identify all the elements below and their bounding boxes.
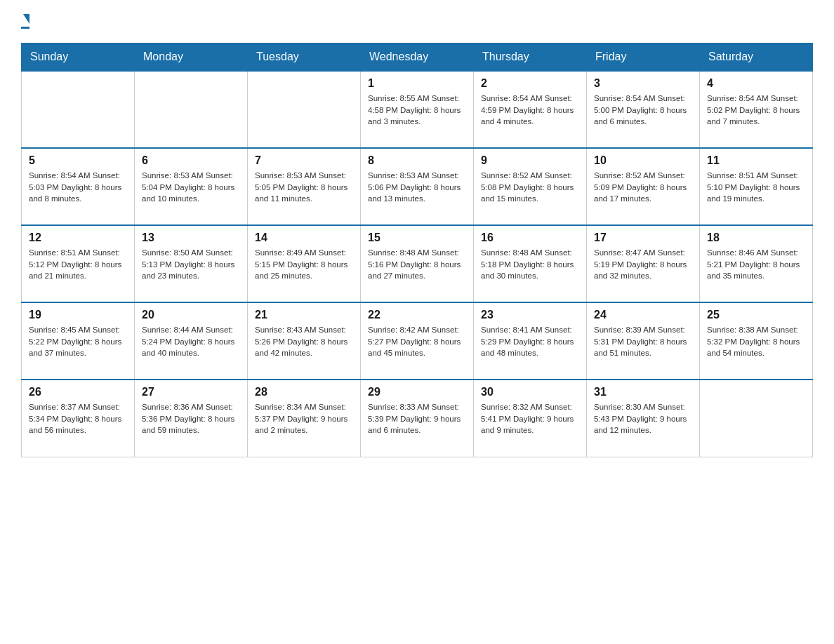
week-row: 5Sunrise: 8:54 AM Sunset: 5:03 PM Daylig… bbox=[22, 148, 813, 225]
day-number: 3 bbox=[594, 77, 692, 90]
day-info: Sunrise: 8:53 AM Sunset: 5:06 PM Dayligh… bbox=[368, 170, 466, 205]
calendar-day-header: Saturday bbox=[700, 43, 813, 72]
day-info: Sunrise: 8:37 AM Sunset: 5:34 PM Dayligh… bbox=[29, 401, 127, 436]
day-number: 29 bbox=[368, 386, 466, 398]
calendar-day-header: Sunday bbox=[22, 43, 135, 72]
calendar-cell: 20Sunrise: 8:44 AM Sunset: 5:24 PM Dayli… bbox=[135, 302, 248, 380]
day-info: Sunrise: 8:53 AM Sunset: 5:05 PM Dayligh… bbox=[255, 170, 353, 205]
calendar-cell: 1Sunrise: 8:55 AM Sunset: 4:58 PM Daylig… bbox=[361, 71, 474, 148]
day-number: 20 bbox=[142, 309, 240, 321]
logo bbox=[21, 14, 29, 29]
day-number: 16 bbox=[481, 232, 579, 244]
calendar-cell: 10Sunrise: 8:52 AM Sunset: 5:09 PM Dayli… bbox=[587, 148, 700, 225]
calendar-cell bbox=[700, 380, 813, 457]
day-info: Sunrise: 8:32 AM Sunset: 5:41 PM Dayligh… bbox=[481, 401, 579, 436]
calendar-cell: 12Sunrise: 8:51 AM Sunset: 5:12 PM Dayli… bbox=[22, 225, 135, 302]
day-number: 14 bbox=[255, 232, 353, 244]
day-info: Sunrise: 8:30 AM Sunset: 5:43 PM Dayligh… bbox=[594, 401, 692, 436]
day-number: 6 bbox=[142, 154, 240, 167]
calendar-cell: 9Sunrise: 8:52 AM Sunset: 5:08 PM Daylig… bbox=[474, 148, 587, 225]
day-number: 1 bbox=[368, 77, 466, 90]
calendar-cell: 17Sunrise: 8:47 AM Sunset: 5:19 PM Dayli… bbox=[587, 225, 700, 302]
day-number: 23 bbox=[481, 309, 579, 321]
day-number: 24 bbox=[594, 309, 692, 321]
calendar-day-header: Wednesday bbox=[361, 43, 474, 72]
calendar-day-header: Monday bbox=[135, 43, 248, 72]
day-info: Sunrise: 8:33 AM Sunset: 5:39 PM Dayligh… bbox=[368, 401, 466, 436]
day-number: 18 bbox=[707, 232, 805, 244]
day-info: Sunrise: 8:54 AM Sunset: 5:03 PM Dayligh… bbox=[29, 170, 127, 205]
calendar-cell: 22Sunrise: 8:42 AM Sunset: 5:27 PM Dayli… bbox=[361, 302, 474, 380]
day-info: Sunrise: 8:55 AM Sunset: 4:58 PM Dayligh… bbox=[368, 93, 466, 128]
day-number: 2 bbox=[481, 77, 579, 90]
calendar-cell: 31Sunrise: 8:30 AM Sunset: 5:43 PM Dayli… bbox=[587, 380, 700, 457]
day-info: Sunrise: 8:51 AM Sunset: 5:10 PM Dayligh… bbox=[707, 170, 805, 205]
calendar-cell: 7Sunrise: 8:53 AM Sunset: 5:05 PM Daylig… bbox=[248, 148, 361, 225]
calendar-cell: 28Sunrise: 8:34 AM Sunset: 5:37 PM Dayli… bbox=[248, 380, 361, 457]
calendar-cell: 29Sunrise: 8:33 AM Sunset: 5:39 PM Dayli… bbox=[361, 380, 474, 457]
day-number: 11 bbox=[707, 154, 805, 167]
day-info: Sunrise: 8:39 AM Sunset: 5:31 PM Dayligh… bbox=[594, 324, 692, 359]
day-number: 27 bbox=[142, 386, 240, 398]
calendar-cell: 3Sunrise: 8:54 AM Sunset: 5:00 PM Daylig… bbox=[587, 71, 700, 148]
calendar-cell bbox=[135, 71, 248, 148]
day-info: Sunrise: 8:52 AM Sunset: 5:09 PM Dayligh… bbox=[594, 170, 692, 205]
day-number: 15 bbox=[368, 232, 466, 244]
day-number: 7 bbox=[255, 154, 353, 167]
day-number: 19 bbox=[29, 309, 127, 321]
day-info: Sunrise: 8:38 AM Sunset: 5:32 PM Dayligh… bbox=[707, 324, 805, 359]
calendar-day-header: Friday bbox=[587, 43, 700, 72]
day-number: 31 bbox=[594, 386, 692, 398]
day-number: 13 bbox=[142, 232, 240, 244]
day-info: Sunrise: 8:41 AM Sunset: 5:29 PM Dayligh… bbox=[481, 324, 579, 359]
day-info: Sunrise: 8:47 AM Sunset: 5:19 PM Dayligh… bbox=[594, 247, 692, 282]
day-number: 12 bbox=[29, 232, 127, 244]
calendar-cell: 26Sunrise: 8:37 AM Sunset: 5:34 PM Dayli… bbox=[22, 380, 135, 457]
calendar-cell: 4Sunrise: 8:54 AM Sunset: 5:02 PM Daylig… bbox=[700, 71, 813, 148]
day-info: Sunrise: 8:54 AM Sunset: 5:00 PM Dayligh… bbox=[594, 93, 692, 128]
day-number: 22 bbox=[368, 309, 466, 321]
day-info: Sunrise: 8:44 AM Sunset: 5:24 PM Dayligh… bbox=[142, 324, 240, 359]
calendar-table: SundayMondayTuesdayWednesdayThursdayFrid… bbox=[21, 43, 813, 457]
day-info: Sunrise: 8:49 AM Sunset: 5:15 PM Dayligh… bbox=[255, 247, 353, 282]
day-number: 10 bbox=[594, 154, 692, 167]
calendar-cell: 16Sunrise: 8:48 AM Sunset: 5:18 PM Dayli… bbox=[474, 225, 587, 302]
calendar-cell: 14Sunrise: 8:49 AM Sunset: 5:15 PM Dayli… bbox=[248, 225, 361, 302]
calendar-cell: 6Sunrise: 8:53 AM Sunset: 5:04 PM Daylig… bbox=[135, 148, 248, 225]
logo-underline bbox=[21, 27, 29, 29]
calendar-cell: 13Sunrise: 8:50 AM Sunset: 5:13 PM Dayli… bbox=[135, 225, 248, 302]
page-header bbox=[21, 14, 813, 29]
day-number: 4 bbox=[707, 77, 805, 90]
calendar-cell: 21Sunrise: 8:43 AM Sunset: 5:26 PM Dayli… bbox=[248, 302, 361, 380]
calendar-header-row: SundayMondayTuesdayWednesdayThursdayFrid… bbox=[22, 43, 813, 72]
day-info: Sunrise: 8:54 AM Sunset: 4:59 PM Dayligh… bbox=[481, 93, 579, 128]
calendar-cell: 30Sunrise: 8:32 AM Sunset: 5:41 PM Dayli… bbox=[474, 380, 587, 457]
calendar-cell: 19Sunrise: 8:45 AM Sunset: 5:22 PM Dayli… bbox=[22, 302, 135, 380]
day-number: 25 bbox=[707, 309, 805, 321]
day-number: 28 bbox=[255, 386, 353, 398]
day-number: 21 bbox=[255, 309, 353, 321]
day-info: Sunrise: 8:36 AM Sunset: 5:36 PM Dayligh… bbox=[142, 401, 240, 436]
calendar-cell: 2Sunrise: 8:54 AM Sunset: 4:59 PM Daylig… bbox=[474, 71, 587, 148]
week-row: 1Sunrise: 8:55 AM Sunset: 4:58 PM Daylig… bbox=[22, 71, 813, 148]
week-row: 12Sunrise: 8:51 AM Sunset: 5:12 PM Dayli… bbox=[22, 225, 813, 302]
day-info: Sunrise: 8:45 AM Sunset: 5:22 PM Dayligh… bbox=[29, 324, 127, 359]
logo-triangle-icon bbox=[23, 14, 29, 24]
day-info: Sunrise: 8:48 AM Sunset: 5:16 PM Dayligh… bbox=[368, 247, 466, 282]
week-row: 26Sunrise: 8:37 AM Sunset: 5:34 PM Dayli… bbox=[22, 380, 813, 457]
day-info: Sunrise: 8:43 AM Sunset: 5:26 PM Dayligh… bbox=[255, 324, 353, 359]
day-number: 9 bbox=[481, 154, 579, 167]
calendar-cell: 8Sunrise: 8:53 AM Sunset: 5:06 PM Daylig… bbox=[361, 148, 474, 225]
calendar-cell: 15Sunrise: 8:48 AM Sunset: 5:16 PM Dayli… bbox=[361, 225, 474, 302]
day-number: 17 bbox=[594, 232, 692, 244]
calendar-cell: 5Sunrise: 8:54 AM Sunset: 5:03 PM Daylig… bbox=[22, 148, 135, 225]
calendar-day-header: Tuesday bbox=[248, 43, 361, 72]
day-number: 30 bbox=[481, 386, 579, 398]
day-info: Sunrise: 8:54 AM Sunset: 5:02 PM Dayligh… bbox=[707, 93, 805, 128]
day-info: Sunrise: 8:50 AM Sunset: 5:13 PM Dayligh… bbox=[142, 247, 240, 282]
day-number: 5 bbox=[29, 154, 127, 167]
calendar-cell: 25Sunrise: 8:38 AM Sunset: 5:32 PM Dayli… bbox=[700, 302, 813, 380]
day-number: 26 bbox=[29, 386, 127, 398]
calendar-cell bbox=[22, 71, 135, 148]
day-info: Sunrise: 8:52 AM Sunset: 5:08 PM Dayligh… bbox=[481, 170, 579, 205]
